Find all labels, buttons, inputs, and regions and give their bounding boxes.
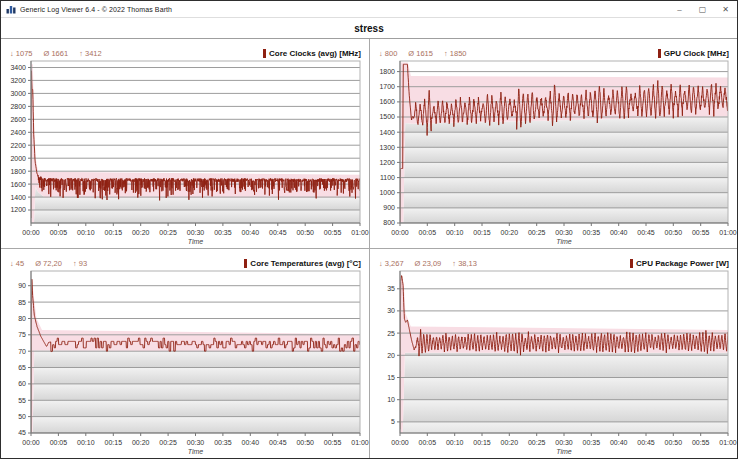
- x-axis-label: Time: [556, 238, 572, 245]
- x-tick-label: 00:40: [242, 439, 260, 446]
- x-axis-label: Time: [188, 238, 204, 245]
- panel-core-temperatures: ↓ 45 Ø 72,20 ↑ 93 Core Temperatures (avg…: [1, 249, 369, 458]
- y-tick-label: 80: [18, 315, 26, 322]
- stat-max: ↑ 93: [73, 259, 87, 268]
- stat-min: ↓ 1075: [10, 49, 33, 58]
- y-tick-label: 1200: [379, 159, 395, 166]
- y-tick-label: 55: [18, 397, 26, 404]
- x-tick-label: 00:00: [391, 229, 409, 236]
- log-title: stress: [354, 23, 383, 34]
- x-tick-label: 00:55: [692, 229, 710, 236]
- chart-canvas[interactable]: 4550556065707580859000:0000:0500:1000:15…: [1, 268, 369, 458]
- x-tick-label: 00:50: [296, 439, 314, 446]
- x-tick-label: 01:00: [351, 229, 369, 236]
- y-tick-label: 60: [18, 380, 26, 387]
- x-tick-label: 00:55: [324, 229, 342, 236]
- legend: GPU Clock [MHz]: [658, 49, 729, 58]
- maximize-button[interactable]: ▢: [691, 1, 714, 17]
- x-tick-label: 00:15: [105, 439, 123, 446]
- stat-max: ↑ 38,13: [452, 259, 477, 268]
- x-tick-label: 00:10: [77, 229, 95, 236]
- y-tick-label: 2600: [10, 116, 26, 123]
- chart-canvas[interactable]: 8009001000110012001300140015001600170018…: [370, 58, 737, 248]
- stat-avg: Ø 23,09: [415, 259, 442, 268]
- y-tick-label: 15: [387, 374, 395, 381]
- y-tick-label: 1600: [10, 181, 26, 188]
- panel-gpu-clock: ↓ 800 Ø 1615 ↑ 1850 GPU Clock [MHz] 8009…: [370, 39, 737, 248]
- stats-row: ↓ 3,267 Ø 23,09 ↑ 38,13: [379, 259, 477, 268]
- x-tick-label: 01:00: [351, 439, 369, 446]
- panel-head: ↓ 3,267 Ø 23,09 ↑ 38,13 CPU Package Powe…: [370, 249, 737, 268]
- y-tick-label: 900: [383, 204, 395, 211]
- x-tick-label: 00:20: [132, 439, 150, 446]
- legend: Core Temperatures (avg) [°C]: [244, 259, 361, 268]
- y-tick-label: 1700: [379, 83, 395, 90]
- y-tick-label: 2400: [10, 129, 26, 136]
- x-tick-label: 00:25: [528, 439, 546, 446]
- bar-chart-icon: [6, 4, 16, 14]
- x-tick-label: 00:55: [324, 439, 342, 446]
- y-tick-label: 800: [383, 219, 395, 226]
- x-tick-label: 00:35: [214, 229, 232, 236]
- stat-avg: Ø 1661: [44, 49, 69, 58]
- stat-avg: Ø 72,20: [35, 259, 62, 268]
- x-tick-label: 00:30: [555, 439, 573, 446]
- x-tick-label: 00:00: [22, 229, 40, 236]
- x-tick-label: 00:25: [528, 229, 546, 236]
- chart-core-temperatures[interactable]: 4550556065707580859000:0000:0500:1000:15…: [1, 268, 369, 458]
- y-tick-label: 35: [387, 285, 395, 292]
- x-tick-label: 00:10: [446, 439, 464, 446]
- log-header: stress: [1, 18, 737, 39]
- chart-gpu-clock[interactable]: 8009001000110012001300140015001600170018…: [370, 58, 737, 248]
- x-tick-label: 00:35: [583, 229, 601, 236]
- chart-canvas[interactable]: 1200140016001800200022002400260028003000…: [1, 58, 369, 248]
- legend-label: CPU Package Power [W]: [636, 259, 729, 268]
- y-tick-label: 1400: [10, 194, 26, 201]
- y-tick-label: 65: [18, 364, 26, 371]
- title-bar: Generic Log Viewer 6.4 - © 2022 Thomas B…: [1, 1, 737, 18]
- x-tick-label: 00:40: [242, 229, 260, 236]
- y-tick-label: 45: [18, 429, 26, 436]
- y-tick-label: 1100: [380, 174, 395, 181]
- stat-min: ↓ 800: [379, 49, 397, 58]
- y-tick-label: 1000: [379, 189, 395, 196]
- y-tick-label: 1400: [379, 129, 395, 136]
- y-tick-label: 70: [18, 348, 26, 355]
- x-tick-label: 00:00: [391, 439, 409, 446]
- x-tick-label: 00:00: [22, 439, 40, 446]
- y-tick-label: 3000: [10, 90, 26, 97]
- stat-avg: Ø 1615: [408, 49, 433, 58]
- close-button[interactable]: ✕: [714, 1, 737, 17]
- legend: Core Clocks (avg) [MHz]: [263, 49, 361, 58]
- y-tick-label: 10: [387, 396, 395, 403]
- y-tick-label: 75: [18, 331, 26, 338]
- charts-grid: ↓ 1075 Ø 1661 ↑ 3412 Core Clocks (avg) […: [1, 39, 737, 458]
- y-tick-label: 2800: [10, 103, 26, 110]
- y-tick-label: 1800: [379, 68, 395, 75]
- y-tick-label: 1800: [10, 168, 26, 175]
- x-tick-label: 00:30: [187, 439, 205, 446]
- chart-canvas[interactable]: 510152025303500:0000:0500:1000:1500:2000…: [370, 268, 737, 458]
- y-tick-label: 5: [391, 418, 395, 425]
- panel-cpu-package-power: ↓ 3,267 Ø 23,09 ↑ 38,13 CPU Package Powe…: [370, 249, 737, 458]
- stats-row: ↓ 45 Ø 72,20 ↑ 93: [10, 259, 87, 268]
- x-tick-label: 00:30: [187, 229, 205, 236]
- stats-row: ↓ 800 Ø 1615 ↑ 1850: [379, 49, 467, 58]
- chart-cpu-package-power[interactable]: 510152025303500:0000:0500:1000:1500:2000…: [370, 268, 737, 458]
- legend-marker: [658, 49, 661, 58]
- y-tick-label: 3200: [10, 77, 26, 84]
- legend-label: Core Temperatures (avg) [°C]: [250, 259, 361, 268]
- minimize-button[interactable]: –: [668, 1, 691, 17]
- legend-label: GPU Clock [MHz]: [664, 49, 729, 58]
- y-tick-label: 50: [18, 413, 26, 420]
- x-tick-label: 00:50: [665, 439, 683, 446]
- legend-marker: [244, 259, 247, 268]
- x-tick-label: 00:40: [610, 439, 628, 446]
- y-tick-label: 2000: [10, 155, 26, 162]
- x-tick-label: 00:25: [159, 439, 177, 446]
- x-tick-label: 00:30: [555, 229, 573, 236]
- y-tick-label: 2200: [10, 142, 26, 149]
- chart-core-clocks[interactable]: 1200140016001800200022002400260028003000…: [1, 58, 369, 248]
- stat-min: ↓ 45: [10, 259, 24, 268]
- app-window: Generic Log Viewer 6.4 - © 2022 Thomas B…: [0, 0, 738, 459]
